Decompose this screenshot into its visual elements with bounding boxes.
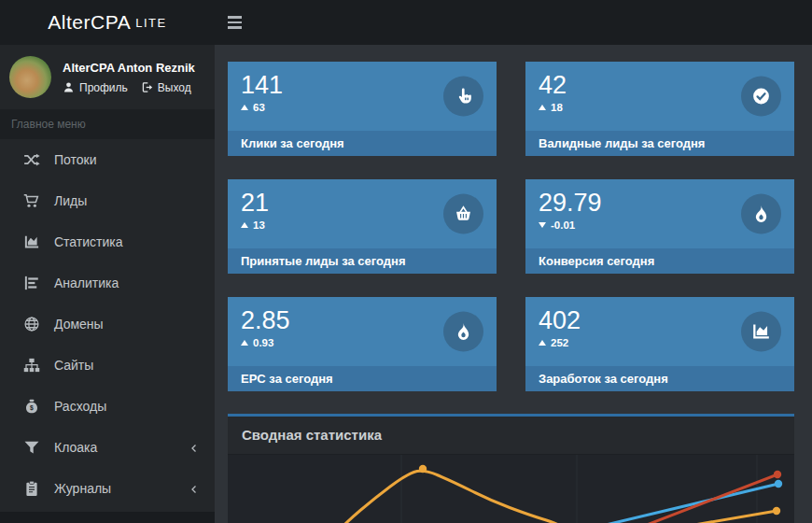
stat-delta-value: 63	[253, 102, 265, 113]
sidebar-item-domains[interactable]: Домены	[0, 304, 215, 345]
sign-out-icon	[141, 81, 153, 93]
sidebar-item-label: Расходы	[54, 399, 106, 414]
stat-label: Валидные лиды за сегодня	[525, 131, 794, 156]
hand-pointer-icon	[443, 77, 483, 117]
stat-card-valid-leads: 42 18 Валидные лиды за сегодня	[525, 62, 794, 156]
sidebar-item-cloaking[interactable]: Клоака	[0, 427, 215, 468]
sidebar-item-expenses[interactable]: $ Расходы	[0, 386, 215, 427]
person-icon	[63, 81, 75, 93]
sidebar-item-label: Клоака	[54, 440, 97, 455]
sidebar: AlterCPA LITE AlterCPA Anton Reznik Проф…	[0, 0, 215, 523]
cart-icon	[22, 191, 41, 210]
sitemap-icon	[22, 356, 41, 375]
shuffle-icon	[22, 150, 41, 169]
sidebar-item-analytics[interactable]: Аналитика	[0, 262, 215, 304]
sidebar-item-label: Сайты	[54, 358, 93, 373]
trend-caret-icon	[539, 105, 546, 110]
top-navbar	[215, 0, 812, 45]
summary-chart	[228, 455, 794, 523]
stat-label: Принятые лиды за сегодня	[228, 248, 497, 274]
brand-suffix: LITE	[135, 16, 166, 30]
stat-delta-value: 13	[253, 219, 265, 231]
sidebar-item-label: Лиды	[54, 193, 87, 208]
chevron-left-icon	[189, 483, 200, 494]
sidebar-item-statistics[interactable]: Статистика	[0, 221, 215, 262]
stat-label: EPC за сегодня	[228, 366, 497, 391]
logout-label: Выход	[158, 81, 191, 94]
sidebar-item-label: Домены	[54, 317, 104, 332]
main-content: 141 63 Клики за сегодня 42 18 Валидные л…	[215, 45, 812, 523]
stat-delta-value: -0.01	[551, 219, 575, 231]
filter-icon	[22, 438, 41, 457]
stat-label: Конверсия сегодня	[525, 248, 794, 274]
sidebar-item-label: Журналы	[54, 481, 111, 496]
profile-label: Профиль	[79, 81, 128, 94]
area-chart-icon	[741, 312, 781, 352]
sidebar-item-label: Аналитика	[54, 276, 119, 290]
stat-label: Заработок за сегодня	[525, 366, 794, 391]
flame-icon	[741, 194, 781, 234]
stat-label: Клики за сегодня	[228, 131, 497, 156]
stat-delta-value: 18	[551, 102, 563, 113]
logout-link[interactable]: Выход	[141, 81, 191, 94]
shopping-basket-icon	[443, 194, 483, 234]
user-name: AlterCPA Anton Reznik	[63, 61, 195, 75]
sidebar-item-label: Потоки	[54, 152, 97, 167]
menu-toggle-icon[interactable]	[228, 10, 252, 35]
clipboard-icon	[22, 479, 41, 498]
user-panel: AlterCPA Anton Reznik Профиль Выход	[0, 45, 215, 109]
trend-caret-icon	[241, 222, 248, 228]
bar-chart-icon	[22, 274, 41, 292]
sidebar-section-header: Главное меню	[0, 109, 215, 139]
svg-text:$: $	[30, 404, 34, 412]
sidebar-footer	[0, 512, 215, 523]
sidebar-item-sites[interactable]: Сайты	[0, 345, 215, 386]
profile-link[interactable]: Профиль	[63, 81, 128, 94]
flame-icon	[443, 312, 483, 352]
line-chart	[228, 455, 794, 523]
summary-stats-panel: Сводная статистика	[228, 414, 794, 523]
area-chart-icon	[22, 233, 41, 251]
app-logo[interactable]: AlterCPA LITE	[0, 0, 215, 45]
sidebar-item-flows[interactable]: Потоки	[0, 139, 215, 180]
trend-caret-icon	[539, 222, 546, 228]
globe-icon	[22, 315, 41, 333]
stat-card-accepted-leads: 21 13 Принятые лиды за сегодня	[228, 179, 497, 274]
sidebar-item-logs[interactable]: Журналы	[0, 468, 215, 509]
sidebar-item-leads[interactable]: Лиды	[0, 180, 215, 221]
stat-card-clicks: 141 63 Клики за сегодня	[228, 62, 497, 156]
stat-card-conversion: 29.79 -0.01 Конверсия сегодня	[525, 179, 794, 274]
stat-delta-value: 252	[551, 337, 568, 348]
sidebar-item-label: Статистика	[54, 234, 123, 249]
panel-title: Сводная статистика	[242, 427, 382, 443]
avatar	[9, 56, 51, 98]
stat-card-earnings: 402 252 Заработок за сегодня	[525, 297, 794, 391]
trend-caret-icon	[241, 105, 248, 110]
stat-cards: 141 63 Клики за сегодня 42 18 Валидные л…	[228, 62, 794, 391]
stat-delta-value: 0.93	[253, 337, 273, 348]
chevron-left-icon	[189, 442, 200, 453]
trend-caret-icon	[539, 340, 546, 346]
check-circle-icon	[741, 77, 781, 117]
brand-name: AlterCPA	[48, 11, 131, 34]
trend-caret-icon	[241, 340, 248, 346]
money-bag-icon: $	[22, 397, 41, 416]
sidebar-menu: Потоки Лиды Статистика Аналитика Домены …	[0, 139, 215, 509]
stat-card-epc: 2.85 0.93 EPC за сегодня	[228, 297, 497, 391]
